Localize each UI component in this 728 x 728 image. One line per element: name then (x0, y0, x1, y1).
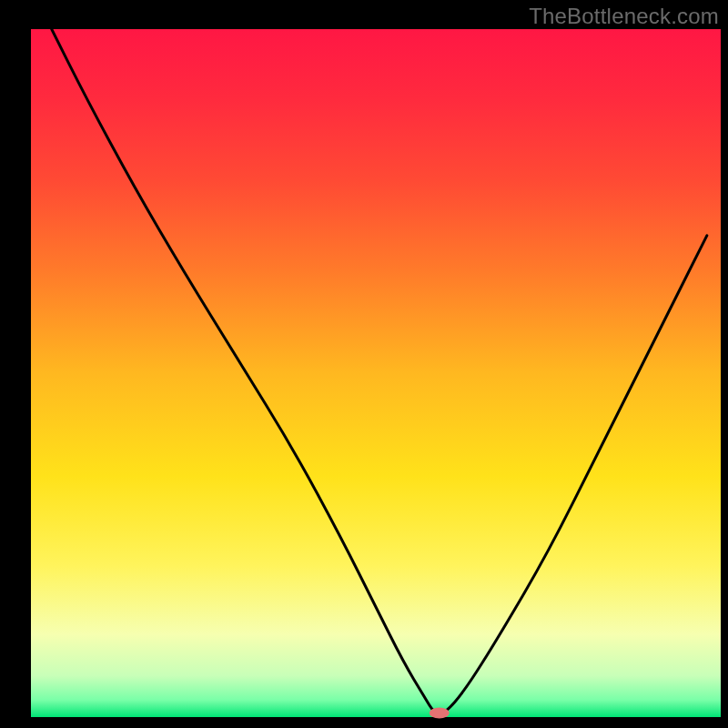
chart-svg (0, 0, 728, 728)
optimal-point-marker (430, 707, 450, 718)
watermark-text: TheBottleneck.com (529, 4, 719, 29)
plot-background (31, 29, 721, 717)
bottleneck-chart: TheBottleneck.com (0, 0, 728, 728)
